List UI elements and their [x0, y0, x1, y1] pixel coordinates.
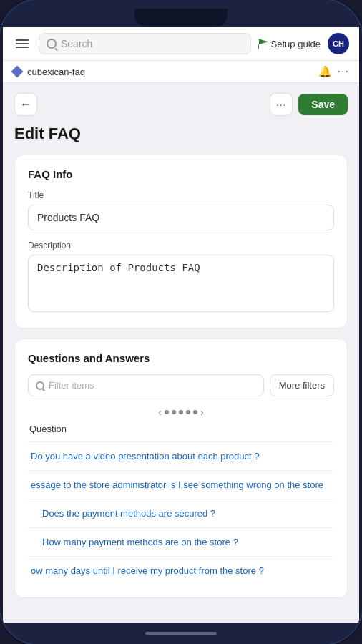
setup-guide-link[interactable]: Setup guide [258, 39, 321, 49]
question-item-1[interactable]: Do you have a video presentation about e… [28, 441, 334, 470]
qa-card: Questions and Answers Filter items More … [14, 338, 348, 598]
overflow-menu-icon[interactable]: ··· [338, 65, 349, 78]
description-field-label: Description [28, 240, 334, 250]
qa-card-title: Questions and Answers [28, 352, 334, 364]
back-button[interactable]: ← [14, 93, 37, 116]
save-button[interactable]: Save [298, 94, 348, 115]
title-input[interactable] [28, 205, 334, 230]
more-filters-button[interactable]: More filters [270, 374, 334, 396]
question-item-5[interactable]: ow many days until I receive my product … [28, 556, 334, 585]
dot-4 [186, 410, 190, 414]
filter-search-bar[interactable]: Filter items [28, 374, 264, 396]
search-icon [47, 39, 57, 49]
phone-bottom [0, 623, 362, 644]
more-options-button[interactable]: ··· [270, 93, 293, 116]
question-column-header: Question [28, 424, 334, 434]
sub-nav-bar: cubexican-faq 🔔 ··· [3, 61, 359, 83]
dot-2 [172, 410, 176, 414]
phone-frame: Search Setup guide CH cubexican-faq 🔔 ··… [0, 0, 362, 644]
dot-5 [193, 410, 197, 414]
dot-3 [179, 410, 183, 414]
app-icon [11, 66, 24, 78]
description-textarea[interactable]: Description of Products FAQ [28, 255, 334, 312]
filter-row: Filter items More filters [28, 374, 334, 396]
bell-icon[interactable]: 🔔 [318, 65, 332, 78]
pagination-row: ‹ › [28, 406, 334, 418]
flag-icon [258, 39, 268, 49]
search-bar[interactable]: Search [39, 33, 251, 54]
page-title: Edit FAQ [14, 125, 348, 143]
pagination-prev-icon[interactable]: ‹ [158, 406, 162, 418]
search-placeholder: Search [61, 38, 92, 49]
dot-1 [165, 410, 169, 414]
pagination-next-icon[interactable]: › [200, 406, 204, 418]
faq-info-card-title: FAQ Info [28, 168, 334, 180]
notch [134, 9, 228, 27]
question-item-4[interactable]: How many payment methods are on the stor… [28, 527, 334, 556]
faq-info-card: FAQ Info Title Description Description o… [14, 155, 348, 328]
screen: Search Setup guide CH cubexican-faq 🔔 ··… [3, 27, 359, 623]
top-nav-bar: Search Setup guide CH [3, 27, 359, 61]
main-content: ← ··· Save Edit FAQ FAQ Info Title Descr… [3, 83, 359, 623]
toolbar-right: ··· Save [270, 93, 348, 116]
avatar-initials: CH [333, 39, 344, 48]
title-field-label: Title [28, 190, 334, 200]
setup-guide-label: Setup guide [271, 39, 321, 49]
avatar[interactable]: CH [328, 33, 349, 54]
toolbar-row: ← ··· Save [14, 93, 348, 116]
hamburger-menu-button[interactable] [13, 36, 31, 51]
pagination-dots [165, 410, 197, 414]
question-item-2[interactable]: essage to the store administrator is I s… [28, 470, 334, 499]
filter-placeholder: Filter items [49, 380, 94, 391]
home-indicator [145, 632, 217, 635]
filter-search-icon [36, 381, 44, 390]
app-name-label: cubexican-faq [27, 67, 313, 77]
phone-top [0, 0, 362, 27]
question-item-3[interactable]: Does the payment methods are secured ? [28, 499, 334, 527]
